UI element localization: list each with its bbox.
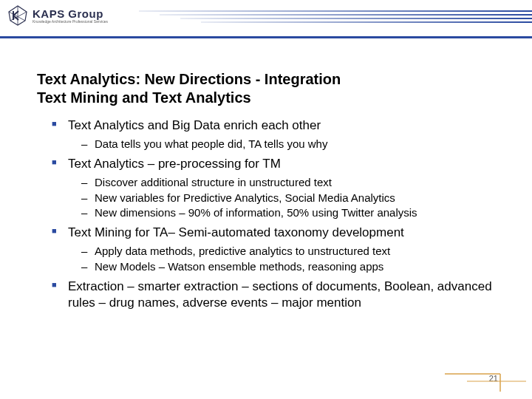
bullet-list: Text Analytics and Big Data enrich each … xyxy=(37,117,510,311)
bullet-text: Text Analytics – pre-processing for TM xyxy=(68,157,281,171)
logo-main-text: KAPS Group xyxy=(33,8,108,19)
title-line-2: Text Mining and Text Analytics xyxy=(37,89,251,106)
sub-item: Discover additional structure in unstruc… xyxy=(81,175,510,190)
bullet-item: Text Analytics – pre-processing for TM D… xyxy=(52,156,510,220)
sub-item: New dimensions – 90% of information, 50%… xyxy=(81,205,510,220)
sub-item: New Models – Watson ensemble methods, re… xyxy=(81,259,510,274)
sub-item: New variables for Predictive Analytics, … xyxy=(81,191,510,205)
footer-decoration-icon xyxy=(445,368,526,392)
header-divider xyxy=(0,36,532,38)
bullet-item: Extraction – smarter extraction – sectio… xyxy=(52,279,510,311)
sub-list: Data tells you what people did, TA tells… xyxy=(68,137,510,151)
bullet-text: Text Analytics and Big Data enrich each … xyxy=(68,118,321,132)
sub-list: Discover additional structure in unstruc… xyxy=(68,175,510,220)
bullet-text: Extraction – smarter extraction – sectio… xyxy=(68,279,492,310)
bullet-item: Text Mining for TA– Semi-automated taxon… xyxy=(52,225,510,274)
slide-title: Text Analytics: New Directions - Integra… xyxy=(37,70,510,107)
slide-header: KAPS Group Knowledge Architecture Profes… xyxy=(0,0,532,40)
sub-item: Apply data methods, predictive analytics… xyxy=(81,244,510,259)
logo-icon xyxy=(6,4,30,27)
header-decoration xyxy=(118,10,532,27)
bullet-item: Text Analytics and Big Data enrich each … xyxy=(52,117,510,151)
bullet-text: Text Mining for TA– Semi-automated taxon… xyxy=(68,225,404,239)
title-line-1: Text Analytics: New Directions - Integra… xyxy=(37,71,341,87)
sub-item: Data tells you what people did, TA tells… xyxy=(81,137,510,151)
logo-sub-text: Knowledge Architecture Professional Serv… xyxy=(33,20,108,24)
sub-list: Apply data methods, predictive analytics… xyxy=(68,244,510,274)
slide-content: Text Analytics: New Directions - Integra… xyxy=(37,70,510,316)
logo: KAPS Group Knowledge Architecture Profes… xyxy=(6,4,108,27)
